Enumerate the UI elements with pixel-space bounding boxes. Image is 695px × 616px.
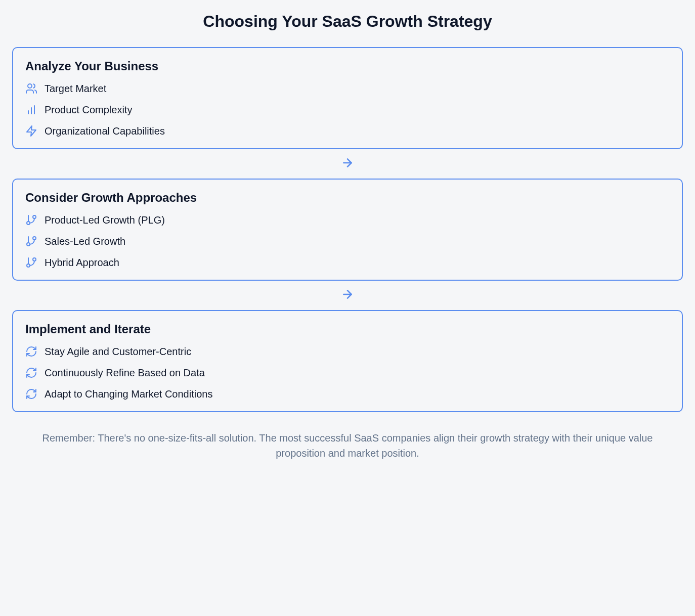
list-item: Continuously Refine Based on Data [25,367,670,379]
refresh-icon [25,388,37,400]
item-label: Hybrid Approach [45,257,119,269]
arrow-right-icon [341,288,354,303]
list-item: Target Market [25,82,670,95]
item-label: Product-Led Growth (PLG) [45,214,165,226]
git-branch-icon [25,256,37,269]
list-item: Organizational Capabilities [25,125,670,137]
refresh-icon [25,367,37,379]
section-analyze: Analyze Your Business Target Market Prod… [12,47,683,149]
list-item: Product-Led Growth (PLG) [25,214,670,226]
arrow-right-icon [341,156,354,171]
section-approaches: Consider Growth Approaches Product-Led G… [12,179,683,281]
item-label: Organizational Capabilities [45,125,165,137]
page-title: Choosing Your SaaS Growth Strategy [12,12,683,31]
svg-marker-4 [27,126,36,136]
section-heading: Consider Growth Approaches [25,191,670,205]
bar-chart-icon [25,104,37,116]
svg-point-0 [28,84,32,88]
footer-note: Remember: There's no one-size-fits-all s… [12,430,683,461]
list-item: Sales-Led Growth [25,235,670,247]
item-label: Target Market [45,83,106,95]
users-icon [25,82,37,95]
list-item: Product Complexity [25,104,670,116]
arrow-separator [12,149,683,179]
item-label: Continuously Refine Based on Data [45,367,205,379]
item-label: Sales-Led Growth [45,236,125,247]
diagram-container: Choosing Your SaaS Growth Strategy Analy… [12,12,683,461]
zap-icon [25,125,37,137]
section-heading: Analyze Your Business [25,59,670,73]
refresh-icon [25,345,37,358]
list-item: Stay Agile and Customer-Centric [25,345,670,358]
arrow-separator [12,281,683,310]
list-item: Adapt to Changing Market Conditions [25,388,670,400]
item-label: Product Complexity [45,104,132,116]
item-label: Stay Agile and Customer-Centric [45,346,191,358]
git-branch-icon [25,235,37,247]
list-item: Hybrid Approach [25,256,670,269]
section-implement: Implement and Iterate Stay Agile and Cus… [12,310,683,412]
git-branch-icon [25,214,37,226]
item-label: Adapt to Changing Market Conditions [45,388,212,400]
section-heading: Implement and Iterate [25,322,670,336]
